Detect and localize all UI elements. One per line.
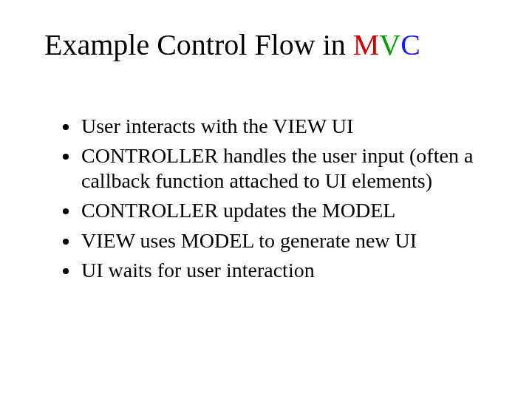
title-letter-m: M [353, 28, 380, 61]
title-letter-v: V [379, 28, 400, 61]
list-item: CONTROLLER handles the user input (often… [80, 143, 488, 194]
slide-title: Example Control Flow in MVC [44, 28, 488, 62]
list-item: User interacts with the VIEW UI [80, 114, 488, 139]
slide: Example Control Flow in MVC User interac… [0, 0, 532, 399]
list-item: CONTROLLER updates the MODEL [80, 198, 488, 223]
list-item: VIEW uses MODEL to generate new UI [80, 228, 488, 253]
bullet-list: User interacts with the VIEW UI CONTROLL… [44, 114, 488, 283]
list-item: UI waits for user interaction [80, 258, 488, 283]
title-letter-c: C [400, 28, 420, 61]
title-prefix: Example Control Flow in [44, 28, 353, 61]
